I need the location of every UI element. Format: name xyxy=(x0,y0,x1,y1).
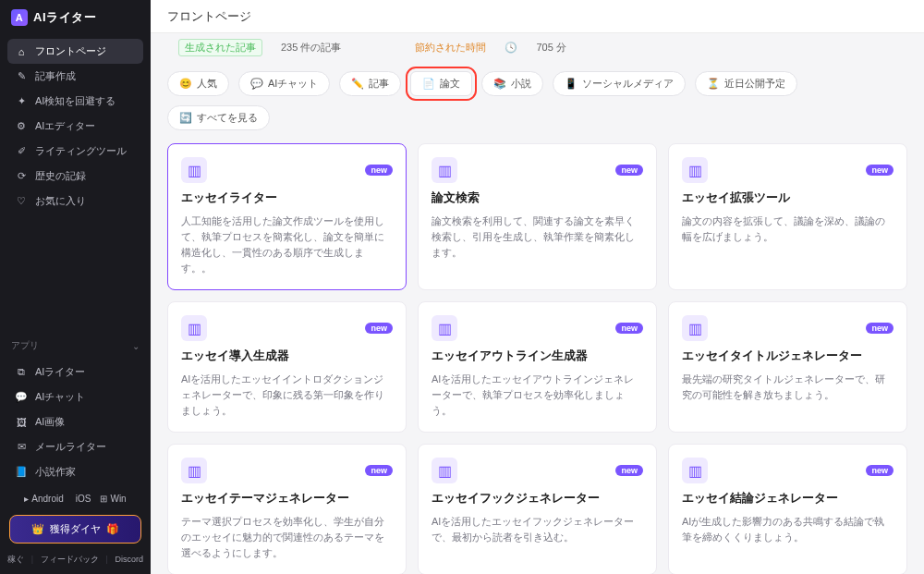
book-open-icon: ▥ xyxy=(432,157,457,183)
card-essay-search[interactable]: ▥ new 論文検索 論文検索を利用して、関連する論文を素早く検索し、引用を生成… xyxy=(418,143,657,290)
stat-generated-value: 235 件の記事 xyxy=(281,41,341,55)
card-essay-writer[interactable]: ▥ new エッセイライター 人工知能を活用した論文作成ツールを使用して、執筆プ… xyxy=(167,143,407,290)
filter-article[interactable]: ✏️ 記事 xyxy=(339,71,401,96)
nav-label: 記事作成 xyxy=(35,69,76,83)
brand-name: AIライター xyxy=(33,9,96,26)
phone-icon: 📱 xyxy=(565,78,578,90)
filter-social-media[interactable]: 📱 ソーシャルメディア xyxy=(553,71,686,96)
nav-label: 小説作家 xyxy=(35,465,76,479)
heart-icon: ♡ xyxy=(15,195,28,207)
card-essay-intro[interactable]: ▥ new エッセイ導入生成器 AIを活用したエッセイイントロダクションジェネレ… xyxy=(167,301,407,433)
card-essay-theme-gen[interactable]: ▥ new エッセイテーマジェネレーター テーマ選択プロセスを効率化し、学生が自… xyxy=(167,444,407,574)
filter-row: 😊 人気 💬 AIチャット ✏️ 記事 📄 論文 📚 小説 📱 ソーシャル xyxy=(167,67,907,143)
filter-coming-soon[interactable]: ⏳ 近日公開予定 xyxy=(695,71,797,96)
card-title: エッセイフックジェネレーター xyxy=(432,491,643,507)
nav-favorites[interactable]: ♡ お気に入り xyxy=(7,189,143,214)
book-open-icon: ▥ xyxy=(682,157,708,183)
nav-writing-tool[interactable]: ✐ ライティングツール xyxy=(7,139,143,164)
card-essay-conclusion-gen[interactable]: ▥ new エッセイ結論ジェネレーター AIが生成した影響力のある共鳴する結論で… xyxy=(668,444,907,574)
nav-apps-label: アプリ ⌄ xyxy=(0,332,151,356)
books-icon: 📚 xyxy=(493,78,506,90)
footer-link-discord[interactable]: Discord xyxy=(116,555,144,565)
gear-icon: ⚙ xyxy=(15,120,28,132)
platform-links: ▸Android iOS ⊞Win xyxy=(0,488,151,509)
nav-app-ai-writer[interactable]: ⧉ AIライター xyxy=(7,360,143,385)
card-title: エッセイライター xyxy=(181,190,393,206)
card-title: エッセイ結論ジェネレーター xyxy=(682,491,894,507)
nav-app-ai-chat[interactable]: 💬 AIチャット xyxy=(7,385,143,409)
new-badge: new xyxy=(866,465,894,476)
new-badge: new xyxy=(365,323,393,334)
nav-label: AI画像 xyxy=(35,415,65,429)
card-desc: 最先端の研究タイトルジェネレーターで、研究の可能性を解き放ちましょう。 xyxy=(682,372,894,403)
nav-label: メールライター xyxy=(35,440,106,454)
refresh-icon: 🔄 xyxy=(179,112,192,124)
footer-link-earn[interactable]: 稼ぐ xyxy=(7,555,24,565)
card-desc: AIが生成した影響力のある共鳴する結論で執筆を締めくくりましょう。 xyxy=(682,514,894,545)
nav-label: AI検知を回避する xyxy=(35,94,116,108)
new-badge: new xyxy=(615,465,643,476)
brand-logo-icon: A xyxy=(11,9,28,26)
platform-android[interactable]: ▸Android xyxy=(24,494,63,504)
filter-novel[interactable]: 📚 小説 xyxy=(481,71,543,96)
filter-view-all[interactable]: 🔄 すべてを見る xyxy=(167,105,270,130)
earn-diamond-button[interactable]: 👑 獲得ダイヤ 🎁 xyxy=(9,515,141,543)
nav-label: ライティングツール xyxy=(35,144,127,158)
book-open-icon: ▥ xyxy=(181,157,207,183)
nav-front-page[interactable]: ⌂ フロントページ xyxy=(7,39,143,64)
content-scroll[interactable]: 生成された記事 235 件の記事 節約された時間 🕓 705 分 😊 人気 💬 … xyxy=(151,33,924,574)
card-desc: 論文検索を利用して、関連する論文を素早く検索し、引用を生成し、執筆作業を簡素化し… xyxy=(432,214,643,261)
platform-ios[interactable]: iOS xyxy=(73,494,91,504)
nav-article-create[interactable]: ✎ 記事作成 xyxy=(7,64,143,89)
sidebar: A AIライター ⌂ フロントページ ✎ 記事作成 ✦ AI検知を回避する ⚙ … xyxy=(0,0,151,574)
nav-history[interactable]: ⟳ 歴史の記録 xyxy=(7,164,143,189)
nav-app-novelist[interactable]: 📘 小説作家 xyxy=(7,459,143,484)
sparkle-icon: ✦ xyxy=(15,95,28,107)
topbar: フロントページ xyxy=(151,0,924,33)
brand[interactable]: A AIライター xyxy=(0,0,151,35)
pencil-icon: ✏️ xyxy=(351,78,364,90)
nav-ai-editor[interactable]: ⚙ AIエディター xyxy=(7,114,143,139)
card-title: エッセイタイトルジェネレーター xyxy=(682,348,894,364)
nav-label: AIライター xyxy=(35,365,85,379)
filter-popular[interactable]: 😊 人気 xyxy=(167,71,229,96)
crown-icon: 👑 xyxy=(31,523,44,535)
nav-label: AIエディター xyxy=(35,119,95,133)
new-badge: new xyxy=(365,465,393,476)
card-essay-expand[interactable]: ▥ new エッセイ拡張ツール 論文の内容を拡張して、議論を深め、議論の幅を広げ… xyxy=(668,143,907,290)
nav-app-mail-writer[interactable]: ✉ メールライター xyxy=(7,434,143,459)
book-open-icon: ▥ xyxy=(181,458,207,483)
chat-icon: 💬 xyxy=(250,78,263,90)
footer-link-feedback[interactable]: フィードバック xyxy=(41,555,99,565)
page-icon: 📄 xyxy=(422,78,435,90)
nav-ai-detect-bypass[interactable]: ✦ AI検知を回避する xyxy=(7,89,143,114)
chevron-down-icon[interactable]: ⌄ xyxy=(132,341,140,351)
new-badge: new xyxy=(866,323,894,334)
card-essay-title-gen[interactable]: ▥ new エッセイタイトルジェネレーター 最先端の研究タイトルジェネレーターで… xyxy=(668,301,907,433)
book-open-icon: ▥ xyxy=(432,458,457,483)
card-title: エッセイ導入生成器 xyxy=(181,348,393,364)
platform-win[interactable]: ⊞Win xyxy=(100,494,126,504)
card-desc: テーマ選択プロセスを効率化し、学生が自分のエッセイに魅力的で関連性のあるテーマを… xyxy=(181,514,393,561)
card-desc: 人工知能を活用した論文作成ツールを使用して、執筆プロセスを簡素化し、論文を簡単に… xyxy=(181,214,393,276)
filter-essay[interactable]: 📄 論文 xyxy=(410,71,472,96)
book-open-icon: ▥ xyxy=(682,315,708,341)
pencil-icon: ✎ xyxy=(15,70,28,82)
quill-icon: ✐ xyxy=(15,145,28,157)
new-badge: new xyxy=(365,165,393,176)
nav-app-ai-image[interactable]: 🖼 AI画像 xyxy=(7,409,143,434)
card-essay-outline[interactable]: ▥ new エッセイアウトライン生成器 AIを活用したエッセイアウトラインジェネ… xyxy=(418,301,657,433)
sidebar-footer-links: 稼ぐ | フィードバック | Discord xyxy=(0,549,151,574)
nav-label: 歴史の記録 xyxy=(35,169,86,183)
stat-saved-value: 705 分 xyxy=(536,41,565,55)
filter-ai-chat[interactable]: 💬 AIチャット xyxy=(238,71,330,96)
new-badge: new xyxy=(615,165,643,176)
card-essay-hook-gen[interactable]: ▥ new エッセイフックジェネレーター AIを活用したエッセイフックジェネレー… xyxy=(418,444,657,574)
nav-label: AIチャット xyxy=(35,390,85,404)
book-open-icon: ▥ xyxy=(181,315,207,341)
stat-saved-label: 節約された時間 xyxy=(415,41,486,55)
home-icon: ⌂ xyxy=(15,46,28,57)
clock-icon: 🕓 xyxy=(505,42,517,54)
image-icon: 🖼 xyxy=(15,417,28,428)
nav-label: お気に入り xyxy=(35,194,86,208)
